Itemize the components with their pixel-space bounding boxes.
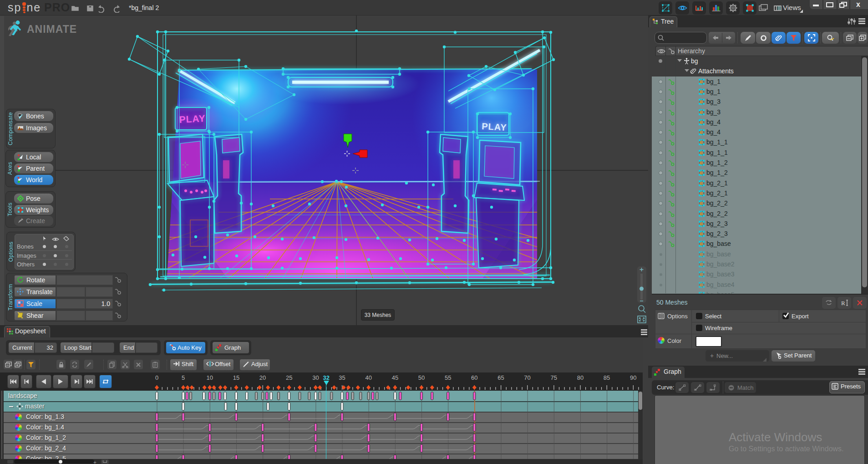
svg-text:PLAY: PLAY <box>482 121 508 133</box>
svg-text:PLAY: PLAY <box>179 113 206 125</box>
